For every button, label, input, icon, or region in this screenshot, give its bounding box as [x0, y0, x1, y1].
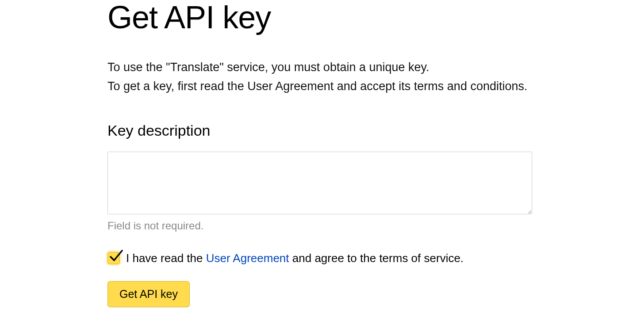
page-title: Get API key	[107, 0, 535, 35]
intro-line-2: To get a key, first read the User Agreem…	[107, 77, 535, 96]
intro-text: To use the "Translate" service, you must…	[107, 58, 535, 96]
checkmark-icon	[109, 249, 123, 263]
field-hint: Field is not required.	[107, 220, 535, 232]
key-description-input[interactable]	[107, 152, 532, 214]
agreement-text-after: and agree to the terms of service.	[289, 251, 464, 265]
intro-line-1: To use the "Translate" service, you must…	[107, 58, 535, 77]
agreement-text-before: I have read the	[126, 251, 206, 265]
agreement-text: I have read the User Agreement and agree…	[126, 251, 464, 265]
get-api-key-button[interactable]: Get API key	[107, 281, 190, 307]
key-description-heading: Key description	[107, 122, 535, 139]
agreement-checkbox[interactable]	[107, 252, 120, 264]
agreement-row: I have read the User Agreement and agree…	[107, 251, 535, 265]
user-agreement-link[interactable]: User Agreement	[206, 251, 289, 265]
